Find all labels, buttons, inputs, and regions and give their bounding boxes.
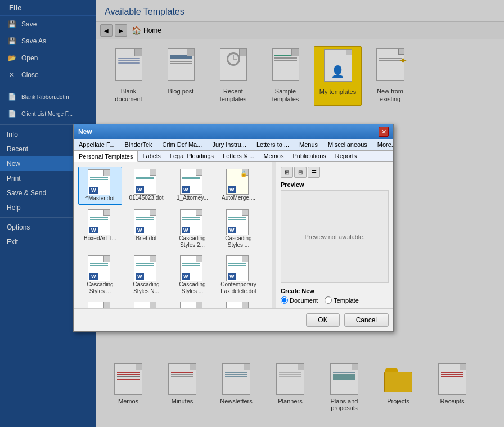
- file-item-placeholder1[interactable]: W: [78, 299, 122, 308]
- file-item-placeholder4[interactable]: W: [217, 299, 260, 308]
- file-item-cascading2[interactable]: W Cascading Styles 2...: [170, 207, 214, 251]
- radio-document[interactable]: Document: [281, 296, 318, 304]
- file-item-01145023[interactable]: W 01145023.dot: [124, 167, 168, 205]
- file-grid: W ^Master.dot W 01145023.dot W: [74, 162, 276, 308]
- word-file-icon: W: [134, 209, 159, 234]
- ok-button[interactable]: OK: [306, 313, 339, 327]
- word-file-icon: W: [134, 302, 159, 308]
- tab-letters[interactable]: Letters to ...: [251, 139, 294, 150]
- tab-labels[interactable]: Labels: [138, 151, 165, 161]
- view-list-button[interactable]: ☰: [308, 167, 320, 178]
- file-item-cascadingN[interactable]: W Cascading Styles N...: [124, 253, 168, 297]
- new-dialog: New ✕ Appellate F... BinderTek Crim Def …: [73, 124, 394, 332]
- radio-template[interactable]: Template: [325, 296, 359, 304]
- file-item-1attorney[interactable]: W 1_Attorney...: [170, 167, 214, 205]
- word-file-icon: W: [88, 169, 112, 194]
- preview-label: Preview: [281, 181, 389, 188]
- dialog-title: New: [78, 128, 92, 136]
- tab-crimdef[interactable]: Crim Def Ma...: [158, 139, 208, 150]
- word-file-icon: W: [88, 302, 112, 308]
- create-new-section: Create New Document Template: [281, 287, 389, 304]
- tab-bindertek[interactable]: BinderTek: [120, 139, 158, 150]
- word-file-icon: W: [134, 169, 159, 194]
- create-new-label: Create New: [281, 287, 389, 294]
- tab-appellate[interactable]: Appellate F...: [74, 139, 120, 150]
- file-item-brief[interactable]: W Brief.dot: [124, 207, 168, 251]
- dialog-close-button[interactable]: ✕: [379, 127, 389, 137]
- word-file-icon: W: [88, 255, 112, 280]
- radio-template-input[interactable]: [325, 296, 332, 304]
- word-file-icon: W: [134, 255, 159, 280]
- radio-document-input[interactable]: [281, 296, 288, 304]
- word-file-icon: W: [180, 169, 205, 194]
- tab-jury[interactable]: Jury Instru...: [207, 139, 251, 150]
- scrollbar[interactable]: [272, 162, 276, 308]
- file-grid-container: W ^Master.dot W 01145023.dot W: [74, 162, 393, 308]
- tab-menus[interactable]: Menus: [294, 139, 323, 150]
- tab-letters2[interactable]: Letters & ...: [218, 151, 259, 161]
- tab-more[interactable]: More...: [372, 139, 393, 150]
- word-file-icon: W: [180, 209, 205, 234]
- file-item-master[interactable]: W ^Master.dot: [78, 167, 122, 205]
- file-item-cascading3[interactable]: W Cascading Styles ...: [217, 207, 260, 251]
- dialog-footer: OK Cancel: [74, 308, 393, 331]
- view-large-icon-button[interactable]: ⊞: [281, 167, 293, 178]
- tab-legal[interactable]: Legal Pleadings: [165, 151, 218, 161]
- word-file-icon: W: [226, 209, 251, 234]
- preview-toolbar: ⊞ ⊟ ☰: [281, 167, 389, 178]
- file-item-placeholder3[interactable]: W: [170, 299, 214, 308]
- word-file-icon: W: [180, 255, 205, 280]
- preview-panel: ⊞ ⊟ ☰ Preview Preview not available. Cre…: [276, 162, 393, 308]
- tab-memos[interactable]: Memos: [259, 151, 288, 161]
- cancel-button[interactable]: Cancel: [344, 313, 389, 327]
- word-file-icon: W: [180, 302, 205, 308]
- preview-unavailable-text: Preview not available.: [304, 233, 364, 240]
- tab-reports[interactable]: Reports: [331, 151, 362, 161]
- word-file-icon: W: [226, 255, 251, 280]
- radio-group: Document Template: [281, 296, 389, 304]
- dialog-tabs-row2: Personal Templates Labels Legal Pleading…: [74, 151, 393, 162]
- file-item-cascading4[interactable]: W Cascading Styles ...: [78, 253, 122, 297]
- tab-personal[interactable]: Personal Templates: [74, 151, 138, 162]
- file-item-automerge[interactable]: W 🔒 AutoMerge....: [217, 167, 260, 205]
- word-file-icon: W: [88, 209, 112, 234]
- file-item-cascading5[interactable]: W Cascading Styles ...: [170, 253, 214, 297]
- file-item-boxedart[interactable]: W BoxedArt_f...: [78, 207, 122, 251]
- file-item-contemporary[interactable]: W Contemporary Fax delete.dot: [217, 253, 260, 297]
- dialog-tabs-row1: Appellate F... BinderTek Crim Def Ma... …: [74, 139, 393, 151]
- view-small-icon-button[interactable]: ⊟: [294, 167, 307, 178]
- word-file-icon-lock: W 🔒: [226, 169, 251, 194]
- file-item-placeholder2[interactable]: W: [124, 299, 168, 308]
- preview-box: Preview not available.: [281, 190, 389, 283]
- word-file-icon: W: [226, 302, 251, 308]
- file-grid-wrapper: W ^Master.dot W 01145023.dot W: [74, 162, 276, 308]
- tab-publications[interactable]: Publications: [288, 151, 330, 161]
- tab-misc[interactable]: Miscellaneous: [323, 139, 372, 150]
- dialog-titlebar: New ✕: [74, 124, 393, 139]
